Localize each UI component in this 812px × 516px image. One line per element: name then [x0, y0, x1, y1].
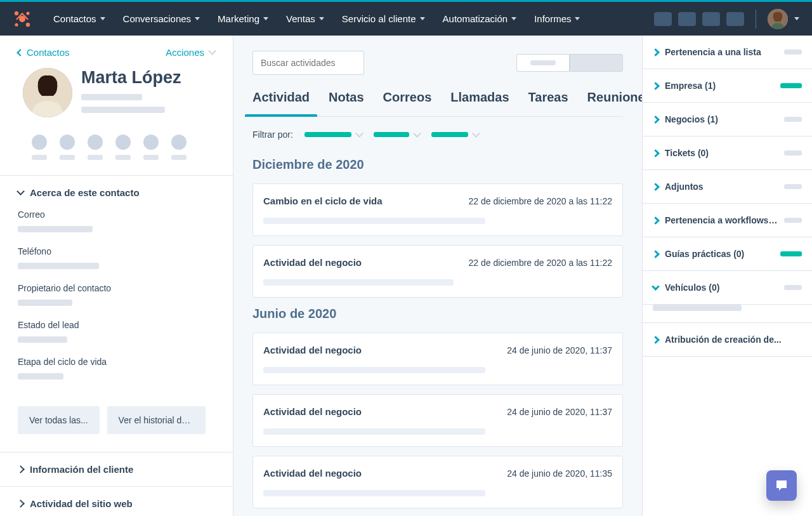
- right-section[interactable]: Pertenencia a una lista: [643, 36, 812, 69]
- right-section[interactable]: Tickets (0): [643, 136, 812, 170]
- top-action-1[interactable]: [654, 12, 672, 26]
- section-title: Información del cliente: [30, 464, 133, 475]
- top-action-4[interactable]: [726, 12, 744, 26]
- view-toggle[interactable]: [516, 54, 623, 72]
- field-value[interactable]: [18, 226, 93, 232]
- right-section[interactable]: Vehículos (0): [643, 271, 812, 305]
- month-header: Junio de 2020: [252, 307, 623, 321]
- section-header[interactable]: Actividad del sitio web: [0, 487, 233, 516]
- chat-float-button[interactable]: [766, 470, 797, 501]
- nav-label: Informes: [534, 13, 571, 24]
- filter-3[interactable]: [431, 132, 479, 137]
- card-title: Cambio en el ciclo de vida: [263, 195, 383, 206]
- tab-llamadas[interactable]: Llamadas: [450, 90, 509, 116]
- contact-action-4[interactable]: [115, 135, 131, 160]
- activity-card[interactable]: Actividad del negocio24 de junio de 2020…: [252, 394, 623, 447]
- filter-2[interactable]: [374, 132, 420, 137]
- chevron-icon: [652, 149, 660, 157]
- card-title: Actividad del negocio: [263, 257, 362, 268]
- activity-card[interactable]: Actividad del negocio22 de diciembre de …: [252, 245, 623, 298]
- activity-card[interactable]: Cambio en el ciclo de vida22 de diciembr…: [252, 183, 623, 236]
- tab-correos[interactable]: Correos: [383, 90, 432, 116]
- card-title: Actividad del negocio: [263, 406, 362, 417]
- user-avatar[interactable]: [768, 9, 788, 29]
- nav-automatización[interactable]: Automatización: [443, 13, 517, 24]
- field-label: Etapa del ciclo de vida: [18, 357, 215, 367]
- hubspot-logo-icon[interactable]: [13, 10, 32, 29]
- actions-dropdown[interactable]: Acciones: [166, 47, 215, 58]
- section-title: Actividad del sitio web: [30, 498, 133, 509]
- tab-tareas[interactable]: Tareas: [528, 90, 568, 116]
- field-value[interactable]: [18, 336, 67, 343]
- tab-notas[interactable]: Notas: [329, 90, 364, 116]
- right-section[interactable]: Atribución de creación de...: [643, 323, 812, 357]
- chevron-icon: [652, 116, 660, 124]
- chevron-down-icon: [100, 17, 105, 20]
- left-sidebar: Contactos Acciones Marta López: [0, 36, 233, 516]
- view-history-button[interactable]: Ver el historial de la...: [107, 406, 206, 434]
- chevron-right-icon: [16, 499, 25, 508]
- top-action-3[interactable]: [702, 12, 720, 26]
- field-value[interactable]: [18, 263, 99, 269]
- nav-ventas[interactable]: Ventas: [286, 13, 324, 24]
- right-sidebar: Pertenencia a una listaEmpresa (1)Negoci…: [642, 36, 812, 516]
- badge: [784, 218, 802, 223]
- contact-avatar[interactable]: [23, 68, 72, 117]
- right-section[interactable]: Guías prácticas (0): [643, 237, 812, 271]
- nav-informes[interactable]: Informes: [534, 13, 580, 24]
- main-content: ActividadNotasCorreosLlamadasTareasReuni…: [233, 36, 642, 516]
- card-body: [263, 490, 485, 496]
- nav-servicio-al-cliente[interactable]: Servicio al cliente: [342, 13, 425, 24]
- activity-card[interactable]: Actividad del negocio24 de junio de 2020…: [252, 333, 623, 385]
- right-section[interactable]: Pertenencia a workflows (3): [643, 204, 812, 237]
- right-section[interactable]: Negocios (1): [643, 103, 812, 136]
- badge: [780, 251, 802, 256]
- right-label: Adjuntos: [665, 182, 778, 192]
- card-date: 24 de junio de 2020, 11:35: [507, 468, 612, 479]
- nav-conversaciones[interactable]: Conversaciones: [123, 13, 200, 24]
- back-link[interactable]: Contactos: [18, 47, 70, 58]
- badge: [784, 285, 802, 290]
- contact-actions-row: [0, 135, 233, 175]
- about-section-header[interactable]: Acerca de este contacto: [0, 176, 233, 209]
- card-body: [263, 367, 485, 373]
- activity-card[interactable]: Actividad del negocio24 de junio de 2020…: [252, 456, 623, 508]
- right-label: Vehículos (0): [665, 282, 778, 293]
- view-all-button[interactable]: Ver todas las...: [18, 406, 100, 434]
- tab-reuniones[interactable]: Reuniones: [587, 90, 642, 116]
- top-nav: ContactosConversacionesMarketingVentasSe…: [0, 0, 812, 36]
- filter-row: Filtrar por:: [252, 129, 623, 140]
- right-section-body: [643, 305, 812, 323]
- filter-1[interactable]: [304, 132, 362, 137]
- contact-action-5[interactable]: [143, 135, 159, 160]
- user-menu-caret-icon[interactable]: [794, 17, 799, 20]
- field-value[interactable]: [18, 373, 63, 380]
- view-toggle-right[interactable]: [570, 54, 623, 72]
- nav-label: Contactos: [53, 13, 96, 24]
- right-section[interactable]: Adjuntos: [643, 170, 812, 204]
- contact-action-6[interactable]: [171, 135, 187, 160]
- nav-contactos[interactable]: Contactos: [53, 13, 105, 24]
- nav-marketing[interactable]: Marketing: [218, 13, 268, 24]
- badge: [784, 117, 802, 122]
- top-action-2[interactable]: [678, 12, 696, 26]
- section-header[interactable]: Información del cliente: [0, 453, 233, 486]
- chevron-down-icon: [355, 129, 363, 138]
- badge: [784, 184, 802, 189]
- contact-action-3[interactable]: [88, 135, 103, 160]
- svg-point-1: [15, 11, 18, 15]
- card-date: 24 de junio de 2020, 11:37: [507, 345, 612, 355]
- tab-actividad[interactable]: Actividad: [252, 90, 310, 116]
- field-value[interactable]: [18, 300, 72, 306]
- nav-label: Servicio al cliente: [342, 13, 416, 24]
- nav-label: Automatización: [443, 13, 508, 24]
- right-section[interactable]: Empresa (1): [643, 69, 812, 103]
- search-input[interactable]: [261, 58, 372, 68]
- view-toggle-left[interactable]: [516, 54, 570, 72]
- contact-action-1[interactable]: [32, 135, 47, 160]
- chevron-down-icon: [263, 17, 268, 20]
- chevron-left-icon: [16, 49, 23, 56]
- search-input-wrapper[interactable]: [252, 51, 364, 75]
- about-title: Acerca de este contacto: [30, 187, 140, 198]
- contact-action-2[interactable]: [60, 135, 75, 160]
